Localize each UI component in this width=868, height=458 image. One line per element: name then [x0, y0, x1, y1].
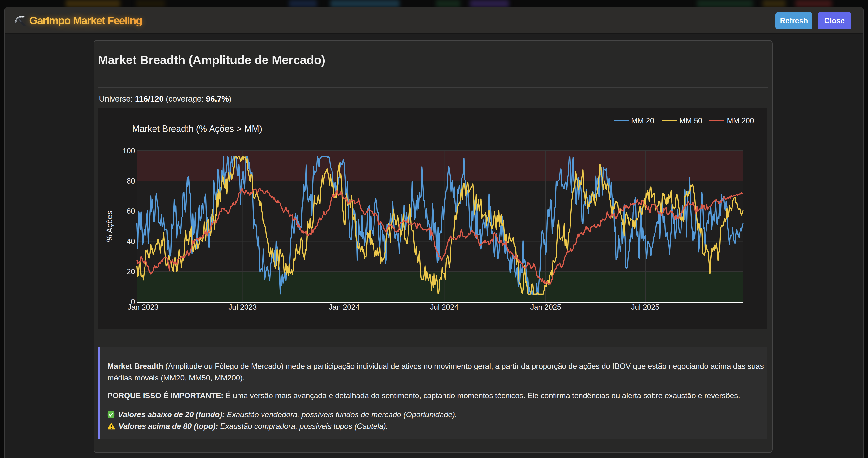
- svg-text:MM 200: MM 200: [727, 116, 754, 125]
- svg-text:100: 100: [122, 147, 135, 155]
- svg-text:80: 80: [127, 177, 135, 185]
- svg-text:Jul 2024: Jul 2024: [430, 303, 458, 311]
- svg-text:Market Breadth (% Ações > MM): Market Breadth (% Ações > MM): [132, 124, 262, 134]
- svg-text:20: 20: [127, 267, 135, 276]
- svg-text:MM 20: MM 20: [631, 116, 654, 125]
- svg-text:Jan 2023: Jan 2023: [127, 303, 159, 311]
- svg-text:MM 50: MM 50: [679, 116, 702, 125]
- svg-text:Jan 2024: Jan 2024: [329, 303, 360, 311]
- svg-text:60: 60: [127, 207, 135, 216]
- svg-text:% Ações: % Ações: [105, 211, 114, 242]
- svg-text:Jul 2023: Jul 2023: [228, 303, 257, 311]
- svg-text:Jul 2025: Jul 2025: [631, 303, 659, 311]
- svg-text:Jan 2025: Jan 2025: [530, 303, 561, 311]
- svg-text:40: 40: [127, 237, 135, 246]
